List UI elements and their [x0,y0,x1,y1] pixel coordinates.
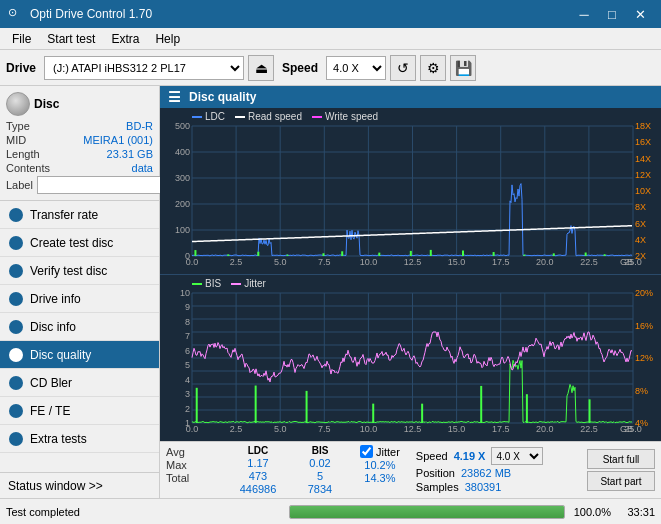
status-window-button[interactable]: Status window >> [0,472,159,498]
sidebar-item-transfer-rate[interactable]: Transfer rate [0,201,159,229]
disc-length-row: Length 23.31 GB [6,148,153,160]
avg-label: Avg [166,446,226,458]
cd-bler-icon [8,375,24,391]
position-value: 23862 MB [461,467,511,479]
maximize-button[interactable]: □ [599,3,625,25]
speed-select-stat[interactable]: 4.0 X [491,447,543,465]
sidebar-item-disc-quality[interactable]: Disc quality [0,341,159,369]
sidebar-label-transfer-rate: Transfer rate [30,208,98,222]
disc-contents-val: data [132,162,153,174]
progress-bar-fill [290,506,565,518]
sidebar-item-extra-tests[interactable]: Extra tests [0,425,159,453]
menu-extra[interactable]: Extra [103,28,147,50]
save-button[interactable]: 💾 [450,55,476,81]
disc-mid-val: MEIRA1 (001) [83,134,153,146]
legend1-write-speed: Write speed [312,111,378,122]
legend1-ldc: LDC [192,111,225,122]
verify-test-disc-icon [8,263,24,279]
speed-label-stat: Speed [416,450,448,462]
drive-label: Drive [6,61,36,75]
create-test-disc-icon [8,235,24,251]
chart2-canvas [160,275,661,441]
menu-start-test[interactable]: Start test [39,28,103,50]
chart1-wrapper: LDCRead speedWrite speed [160,108,661,275]
status-window-label: Status window >> [8,479,103,493]
stats-row: Avg Max Total LDC 1.17 473 446986 BIS 0.… [160,441,661,498]
speed-value: 4.19 X [454,450,486,462]
disc-mid-key: MID [6,134,26,146]
disc-label-input[interactable] [37,176,170,194]
sidebar-label-drive-info: Drive info [30,292,81,306]
start-buttons: Start full Start part [587,449,655,491]
sidebar-label-extra-tests: Extra tests [30,432,87,446]
main-layout: Disc Type BD-R MID MEIRA1 (001) Length 2… [0,86,661,498]
legend2-jitter: Jitter [231,278,266,289]
title-text: Opti Drive Control 1.70 [30,7,571,21]
disc-type-row: Type BD-R [6,120,153,132]
drive-info-icon [8,291,24,307]
toolbar: Drive (J:) ATAPI iHBS312 2 PL17 ⏏ Speed … [0,50,661,86]
ldc-max: 473 [228,470,288,482]
sidebar: Disc Type BD-R MID MEIRA1 (001) Length 2… [0,86,160,498]
menu-help[interactable]: Help [147,28,188,50]
disc-quality-header: ☰ Disc quality [160,86,661,108]
extra-tests-icon [8,431,24,447]
sidebar-item-verify-test-disc[interactable]: Verify test disc [0,257,159,285]
chart2-legend: BISJitter [192,278,266,289]
close-button[interactable]: ✕ [627,3,653,25]
disc-type-key: Type [6,120,30,132]
disc-icon [6,92,30,116]
disc-length-key: Length [6,148,40,160]
sidebar-label-fe-te: FE / TE [30,404,70,418]
sidebar-item-drive-info[interactable]: Drive info [0,285,159,313]
bis-max: 5 [290,470,350,482]
samples-value: 380391 [465,481,502,493]
disc-type-val: BD-R [126,120,153,132]
disc-contents-key: Contents [6,162,50,174]
sidebar-item-disc-info[interactable]: Disc info [0,313,159,341]
stat-row-labels: Avg Max Total [166,445,226,484]
disc-header: Disc [6,92,153,116]
chart1-canvas [160,108,661,274]
speed-label: Speed [282,61,318,75]
transfer-rate-icon [8,207,24,223]
speed-select[interactable]: 4.0 X [326,56,386,80]
disc-length-val: 23.31 GB [107,148,153,160]
bis-total: 7834 [290,483,350,495]
app-icon: ⊙ [8,6,24,22]
fe-te-icon [8,403,24,419]
sidebar-item-fe-te[interactable]: FE / TE [0,397,159,425]
refresh-button[interactable]: ↺ [390,55,416,81]
title-bar-controls: ─ □ ✕ [571,3,653,25]
start-full-button[interactable]: Start full [587,449,655,469]
disc-label-row: Label ✎ [6,176,153,194]
stat-col-bis: BIS 0.02 5 7834 [290,445,350,495]
disc-quality-title: Disc quality [189,90,256,104]
jitter-avg: 10.2% [360,459,400,471]
samples-label: Samples [416,481,459,493]
title-bar: ⊙ Opti Drive Control 1.70 ─ □ ✕ [0,0,661,28]
menu-file[interactable]: File [4,28,39,50]
sidebar-label-create-test-disc: Create test disc [30,236,113,250]
jitter-label: Jitter [376,446,400,458]
config-button[interactable]: ⚙ [420,55,446,81]
eject-button[interactable]: ⏏ [248,55,274,81]
progress-percent: 100.0% [573,506,611,518]
status-time: 33:31 [619,506,655,518]
drive-select[interactable]: (J:) ATAPI iHBS312 2 PL17 [44,56,244,80]
bis-avg: 0.02 [290,457,350,469]
minimize-button[interactable]: ─ [571,3,597,25]
charts-container: LDCRead speedWrite speed BISJitter [160,108,661,441]
sidebar-item-create-test-disc[interactable]: Create test disc [0,229,159,257]
jitter-checkbox-row: Jitter [360,445,400,458]
content-area: ☰ Disc quality LDCRead speedWrite speed … [160,86,661,498]
jitter-checkbox[interactable] [360,445,373,458]
sidebar-item-cd-bler[interactable]: CD Bler [0,369,159,397]
stats-table: Avg Max Total LDC 1.17 473 446986 BIS 0.… [166,445,400,495]
legend2-bis: BIS [192,278,221,289]
start-part-button[interactable]: Start part [587,471,655,491]
bis-header: BIS [290,445,350,456]
disc-info-icon [8,319,24,335]
ldc-total: 446986 [228,483,288,495]
status-text: Test completed [6,506,281,518]
